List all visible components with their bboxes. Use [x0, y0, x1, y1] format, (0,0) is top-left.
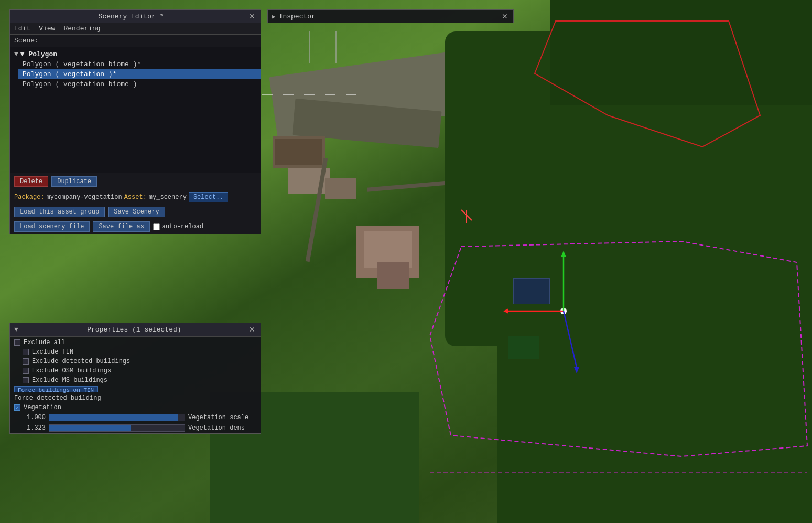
scenery-editor-close[interactable]: ✕	[248, 12, 256, 20]
save-file-as-button[interactable]: Save file as	[93, 221, 149, 232]
prop-veg-scale-fill	[49, 414, 178, 421]
prop-checkbox-ms[interactable]	[23, 377, 29, 383]
menu-view[interactable]: View	[39, 25, 55, 33]
menu-edit[interactable]: Edit	[14, 25, 30, 33]
prop-veg-density-slider[interactable]	[49, 424, 185, 432]
load-save-row-2: Load scenery file Save file as auto-relo…	[10, 219, 261, 234]
prop-exclude-tin[interactable]: Exclude TIN	[10, 347, 261, 357]
auto-reload-checkbox[interactable]	[153, 223, 160, 230]
prop-checkbox-osm[interactable]	[23, 368, 29, 374]
duplicate-button[interactable]: Duplicate	[51, 176, 97, 187]
hangar-inner	[275, 139, 322, 165]
scenery-editor-title-text: Scenery Editor *	[99, 13, 164, 20]
prop-veg-scale-label: Vegetation scale	[188, 414, 256, 421]
auto-reload-label: auto-reload	[162, 223, 203, 230]
prop-label-tin: Exclude TIN	[32, 348, 73, 356]
prop-veg-density-value: 1.323	[14, 424, 46, 432]
asset-label: Asset:	[124, 194, 147, 201]
prop-force-detected-building: Force detected building	[10, 393, 261, 403]
inspector-title-row: ▶ Inspector	[272, 13, 316, 20]
prop-checkbox-detected[interactable]	[23, 358, 29, 365]
scenery-editor-menubar: Edit View Rendering	[10, 23, 261, 35]
prop-exclude-ms[interactable]: Exclude MS buildings	[10, 376, 261, 385]
menu-rendering[interactable]: Rendering	[63, 25, 100, 33]
inspector-title-text: Inspector	[279, 13, 316, 20]
forest-top-right	[550, 0, 812, 105]
tree-item-label-2: Polygon ( vegetation biome )	[23, 80, 137, 88]
prop-veg-density-label: Vegetation dens	[188, 424, 256, 432]
tree-collapse-icon: ▼	[14, 50, 18, 58]
runway-marking	[283, 94, 294, 95]
properties-title: Properties (1 selected)	[87, 326, 181, 334]
power-pole1	[309, 31, 310, 63]
load-asset-group-button[interactable]: Load this asset group	[14, 207, 105, 217]
scenery-editor-titlebar[interactable]: Scenery Editor * ✕	[10, 10, 261, 23]
runway-marking	[325, 94, 335, 95]
prop-exclude-all[interactable]: Exclude all	[10, 338, 261, 347]
save-scenery-button[interactable]: Save Scenery	[108, 207, 165, 217]
delete-button[interactable]: Delete	[14, 176, 48, 187]
prop-label-vegetation: Vegetation	[24, 404, 61, 411]
prop-checkbox-vegetation[interactable]: ✓	[14, 404, 20, 411]
forest-bottom-right	[497, 339, 812, 523]
scenery-editor-panel: Scenery Editor * ✕ Edit View Rendering S…	[9, 9, 261, 234]
scene-label: Scene:	[10, 35, 261, 47]
prop-label-detected: Exclude detected buildings	[32, 358, 130, 365]
selection-box-green	[508, 336, 539, 359]
properties-titlebar[interactable]: ▼ Properties (1 selected) ✕	[10, 323, 261, 336]
package-value: mycompany-vegetation	[47, 194, 122, 201]
properties-content: Exclude all Exclude TIN Exclude detected…	[10, 336, 261, 433]
tree-polygon-parent[interactable]: ▼ ▼ Polygon	[10, 49, 261, 59]
tree-polygon-parent-label: ▼ Polygon	[20, 50, 57, 58]
selection-box-blue	[513, 278, 550, 304]
tree-item-label-1: Polygon ( vegetation )*	[23, 70, 116, 78]
village-building2	[377, 262, 409, 289]
prop-veg-scale-row: 1.000 Vegetation scale	[10, 412, 261, 423]
delete-duplicate-row: Delete Duplicate	[10, 173, 261, 190]
load-scenery-file-button[interactable]: Load scenery file	[14, 221, 90, 232]
runway-marking	[304, 94, 315, 95]
scene-tree: ▼ ▼ Polygon Polygon ( vegetation biome )…	[10, 47, 261, 173]
runway-marking	[346, 94, 356, 95]
prop-vegetation[interactable]: ✓ Vegetation	[10, 403, 261, 412]
building2	[325, 178, 356, 199]
power-line	[309, 37, 337, 37]
prop-exclude-osm[interactable]: Exclude OSM buildings	[10, 366, 261, 376]
properties-panel: ▼ Properties (1 selected) ✕ Exclude all …	[9, 323, 261, 434]
prop-btn-force-tin[interactable]: Force buildings on TIN	[14, 386, 98, 392]
properties-close-button[interactable]: ✕	[248, 325, 256, 334]
inspector-panel: ▶ Inspector ✕	[267, 9, 514, 23]
runway-marking	[262, 94, 273, 95]
tree-item-veg-selected[interactable]: Polygon ( vegetation )*	[18, 69, 261, 79]
prop-label-ms: Exclude MS buildings	[32, 377, 107, 384]
prop-force-buildings-tin[interactable]: Force buildings on TIN	[10, 385, 261, 393]
package-row: Package: mycompany-vegetation Asset: my_…	[10, 190, 261, 205]
package-label: Package:	[14, 194, 45, 201]
tree-item-label-0: Polygon ( vegetation biome )*	[23, 60, 141, 68]
auto-reload-checkbox-label[interactable]: auto-reload	[153, 223, 203, 230]
inspector-play-icon: ▶	[272, 13, 276, 20]
tree-item-veg-biome-1[interactable]: Polygon ( vegetation biome )*	[18, 59, 261, 69]
inspector-close-button[interactable]: ✕	[501, 12, 509, 20]
properties-triangle: ▼	[14, 326, 18, 334]
prop-checkbox-exclude-all[interactable]	[14, 339, 20, 346]
prop-veg-scale-value: 1.000	[14, 414, 46, 421]
prop-veg-density-fill	[49, 425, 131, 431]
power-pole2	[335, 31, 337, 63]
asset-value: my_scenery	[149, 194, 187, 201]
prop-checkbox-tin[interactable]	[23, 349, 29, 355]
prop-label-exclude-all: Exclude all	[24, 339, 65, 346]
tree-item-veg-biome-2[interactable]: Polygon ( vegetation biome )	[18, 79, 261, 89]
prop-veg-scale-slider[interactable]	[49, 414, 185, 421]
prop-exclude-detected[interactable]: Exclude detected buildings	[10, 357, 261, 366]
prop-label-force-detected: Force detected building	[14, 394, 101, 402]
prop-label-osm: Exclude OSM buildings	[32, 367, 111, 375]
prop-veg-density-row: 1.323 Vegetation dens	[10, 423, 261, 433]
load-save-row-1: Load this asset group Save Scenery	[10, 205, 261, 219]
select-button[interactable]: Select..	[189, 192, 229, 202]
